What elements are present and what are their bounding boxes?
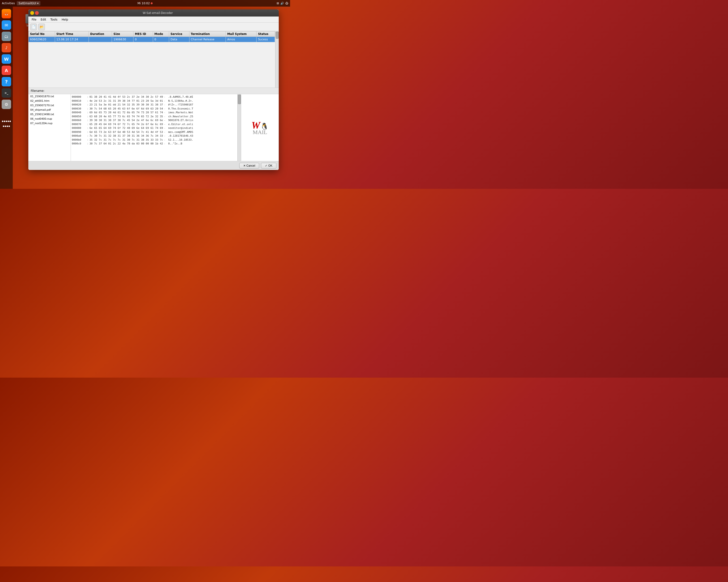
export-button[interactable]: 📂	[38, 24, 45, 30]
file-item[interactable]: 06_nod0400.nup	[28, 117, 71, 121]
close-button[interactable]	[35, 11, 39, 15]
hex-bytes: 6e 65 65 64 69 74 6f 72 40 69 6e 64 69 6…	[89, 126, 163, 130]
sidebar-item-settings[interactable]: ⚙	[2, 100, 11, 109]
menu-file[interactable]: File	[30, 18, 38, 22]
hex-addr: 000010	[72, 99, 86, 103]
col-status: Status	[257, 31, 275, 37]
hex-line: 000030 : 30 7c 54 68 65 20 45 63 6f 6e 6…	[72, 107, 240, 111]
table-cell: 0	[133, 37, 153, 42]
col-termination: Termination	[189, 31, 226, 37]
hex-bytes: 01 38 20 41 41 4d 4f 53 2c 37 2e 34 30 2…	[89, 95, 163, 99]
hex-line: 0000a0 : 7c 30 7c 31 32 38 31 37 30 31 3…	[72, 134, 240, 138]
logo-area: W🐧 MAIL	[241, 94, 279, 161]
app-indicator-label: SatEmailGUI	[19, 2, 36, 5]
table-cell: 1906630	[112, 37, 133, 42]
hex-text: .0.1281701646.43	[168, 134, 193, 138]
table-cell: Channel Release	[189, 37, 226, 42]
hex-addr: 000080	[72, 126, 86, 130]
sidebar-item-terminal[interactable]: >_	[2, 88, 11, 98]
sidebar-item-apps[interactable]	[2, 119, 11, 129]
sidebar-item-help[interactable]: ?	[2, 77, 11, 86]
table-section: Serial No Start Time Duration Size MES I…	[28, 31, 279, 88]
sidebar-item-writer[interactable]: W	[2, 54, 11, 64]
data-table: Serial No Start Time Duration Size MES I…	[28, 31, 275, 42]
hex-text: 0.."Ix..B	[168, 142, 182, 146]
open-file-button[interactable]: 📄	[30, 24, 37, 30]
hex-text: ch.Newsletter.25	[168, 115, 193, 119]
hex-line: 000070 : 65 20 45 64 69 74 6f 72 7c 65 7…	[72, 122, 240, 127]
hex-bytes: 4e 2d 53 2c 31 31 39 38 34 77 01 23 20 5…	[89, 99, 163, 103]
hex-addr: 000090	[72, 130, 86, 134]
file-list: 01_259001870.txt02_att001.htm03_25900727…	[28, 94, 71, 161]
hex-line: 000090 : 6d 65 73 2e 63 6f 6d 40 53 4d 5…	[72, 130, 240, 134]
button-row: ✕ Cancel ✓ OK	[28, 161, 279, 170]
filename-label: Filename:	[28, 88, 279, 94]
sidebar-item-appinst[interactable]: A	[2, 65, 11, 75]
col-mes-id: MES ID	[133, 31, 153, 37]
volume-icon: 🔊	[280, 2, 284, 5]
hex-addr: 0000a0	[72, 134, 86, 138]
hex-line: 000040 : 69 6d 65 73 20 4d 61 72 6b 65 7…	[72, 111, 240, 115]
table-row[interactable]: 60602962013.08.10 17:24190663000DataChan…	[29, 37, 275, 42]
hex-addr: 0000b0	[72, 138, 86, 142]
app-indicator[interactable]: SatEmailGUI ▾	[17, 1, 41, 5]
table-cell: 0	[153, 37, 169, 42]
export-icon: 📂	[40, 25, 44, 29]
hex-bytes: 30 7c 37 64 01 2c 22 4a 78 da 03 00 00 0…	[89, 142, 163, 146]
hex-text: #!Z>..!T25900187	[168, 103, 193, 107]
file-item[interactable]: 07_nod12DA.nup	[28, 121, 71, 126]
window-title: W-Sat-email-Decoder	[39, 11, 277, 15]
hex-bytes: 65 20 45 64 69 74 6f 72 7c 65 74 2e 6f 6…	[89, 122, 163, 127]
topbar-clock: Mi 10:02	[137, 2, 153, 5]
topbar-left: Activities SatEmailGUI ▾	[2, 1, 41, 5]
file-item[interactable]: 03_259007270.txt	[28, 103, 71, 108]
activities-button[interactable]: Activities	[2, 2, 15, 5]
menu-tools[interactable]: Tools	[48, 18, 59, 22]
table-scrollbar[interactable]	[275, 31, 279, 88]
sidebar-item-firefox[interactable]: 🦊	[2, 9, 11, 19]
hex-line: 0000c0 : 30 7c 37 64 01 2c 22 4a 78 da 0…	[72, 142, 240, 146]
left-sidebar: 🦊 ✉ 🗂 ♪ W A ? >_ ⚙	[0, 7, 13, 189]
file-item[interactable]: 05_259013498.txt	[28, 112, 71, 117]
network-icon: ⊞	[277, 2, 279, 5]
minimize-button[interactable]	[30, 11, 34, 15]
topbar: Activities SatEmailGUI ▾ Mi 10:02 ⊞ 🔊 ⏻	[0, 0, 290, 7]
hex-addr: 000040	[72, 111, 86, 115]
topbar-right: ⊞ 🔊 ⏻	[277, 2, 288, 5]
hex-text: N-S,11984w.#.Z=.	[168, 99, 193, 103]
col-duration: Duration	[88, 31, 112, 37]
file-item[interactable]: 02_att001.htm	[28, 99, 71, 103]
window-controls	[30, 11, 39, 15]
hex-line: 000060 : 39 30 30 31 38 37 30 7c 45 54 2…	[72, 118, 240, 122]
ok-button[interactable]: ✓ OK	[261, 163, 276, 168]
hex-addr: 000030	[72, 107, 86, 111]
menu-edit[interactable]: Edit	[39, 18, 48, 22]
main-window: W-Sat-email-Decoder File Edit Tools Help…	[28, 9, 279, 170]
hex-text: needitor@indiati	[168, 126, 193, 130]
table-cell: 13.08.10 17:24	[55, 37, 88, 42]
window-titlebar: W-Sat-email-Decoder	[28, 9, 279, 17]
cancel-button[interactable]: ✕ Cancel	[239, 163, 259, 168]
logo-mail-text: MAIL	[251, 129, 268, 136]
open-icon: 📄	[32, 25, 36, 29]
hex-addr: 000020	[72, 103, 86, 107]
hex-line: 000050 : 63 68 20 4e 65 77 73 6c 65 74 7…	[72, 115, 240, 119]
power-icon[interactable]: ⏻	[285, 2, 288, 5]
hex-addr: 000060	[72, 118, 86, 122]
col-mail-system: Mail System	[226, 31, 256, 37]
hex-line: 0000b0 : 35 32 7c 31 7c 7c 7c 31 30 7c 3…	[72, 138, 240, 142]
menu-help[interactable]: Help	[60, 18, 70, 22]
hex-text: e.Editor.et.onli	[168, 122, 193, 127]
hex-scrollbar[interactable]	[237, 94, 241, 161]
sidebar-item-files[interactable]: 🗂	[2, 32, 11, 41]
table-cell: Sucess	[257, 37, 275, 42]
hex-addr: 000050	[72, 115, 86, 119]
menu-bar: File Edit Tools Help	[28, 17, 279, 23]
hex-bytes: 39 30 30 31 38 37 30 7c 45 54 2e 4f 6e 6…	[89, 118, 163, 122]
file-item[interactable]: 01_259001870.txt	[28, 94, 71, 99]
file-item[interactable]: 04_shipmail.pdf	[28, 108, 71, 112]
hex-bytes: 69 6d 65 73 20 4d 61 72 6b 65 74 73 20 5…	[89, 111, 163, 115]
hex-bytes: 23 21 5a 3e 01 dd 21 54 32 35 39 30 30 3…	[89, 103, 163, 107]
sidebar-item-mail[interactable]: ✉	[2, 20, 11, 30]
sidebar-item-rhythmbox[interactable]: ♪	[2, 43, 11, 52]
